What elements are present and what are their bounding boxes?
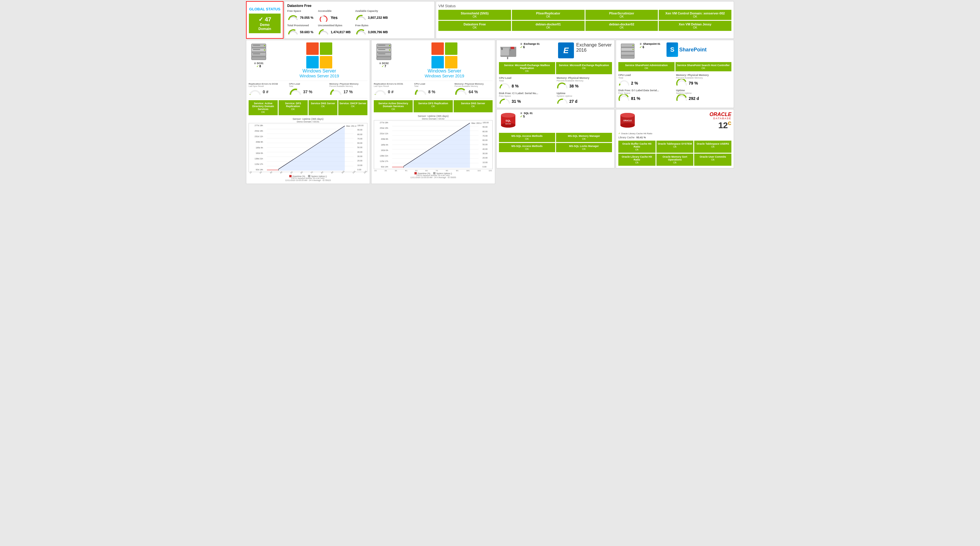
exchange-uptime-gauge [557,97,568,105]
oracle-service-3[interactable]: Oracle Library Cache Hit Ratio Ok [618,153,655,166]
dc02-win-sq-green [445,42,457,55]
vm-item-6[interactable]: debian-docker02 OK [585,21,658,31]
avail-cap-gauge [355,14,367,22]
dc01-downtime-legend [289,175,291,177]
dc02-replication-value: 0 # [388,89,393,94]
sql-service-1[interactable]: MS-SQL Memory Manager OK [556,133,612,142]
vm-status-3: OK [660,15,730,18]
vm-status-6: OK [587,26,657,29]
dc01-x-labels: 1/1 2/1 3/1 4/1 5/1 6/1 7/1 8/1 9/1 10/1… [248,172,368,174]
oracle-logo-sub: DATABASE [640,117,732,120]
dc02-os-title: Windows Server [428,69,461,73]
dc02-win-sq-blue [431,56,444,69]
exchange-disk-gauge [499,97,511,105]
sql-checks: 5 [523,115,525,118]
win-sq-red [306,42,319,55]
svg-rect-9 [253,49,260,50]
dc02-memory-gauge [455,87,468,96]
dc02-os-version: Windows Server 2019 [425,73,465,78]
dc02-service-1[interactable]: Service DFS Replication OK [414,100,452,112]
dc02-service-0[interactable]: Service Active Directory Domain Services… [374,100,413,112]
sql-panel: SQL Server 🖥 SQL 01 ✓ 5 [496,109,614,168]
dc02-x-labels: 1/1 2/1 3/1 4/1 5/1 6/1 7/1 8/1 9/1 10/1… [374,170,493,171]
svg-rect-56 [501,48,503,50]
dc01-y-labels: 277d 18h 254d 15h 231d 11h 208d 8h 185d … [250,125,263,171]
vm-item-4[interactable]: Datastore Free OK [438,21,511,31]
oracle-service-0[interactable]: Oracle Buffer Cache Hit Ratio Ok [618,140,655,153]
vm-status-title: VM Status [438,4,732,8]
svg-rect-34 [378,45,385,46]
sharepoint-checks: 6 [643,46,644,49]
vm-item-5[interactable]: debian-docker01 OK [512,21,585,31]
svg-text:ORACLE: ORACLE [623,120,632,121]
sql-server-name: SQL 01 [524,112,533,115]
oracle-service-4[interactable]: Oracle Memory Sort Operations Ok [656,153,694,166]
accessible-gauge [318,14,329,22]
dc01-server-label: 🖥 [254,62,256,65]
dc01-service-1[interactable]: Service: DFS Replication OK [278,100,308,115]
dc01-cpu: CPU Load Total 37 % [289,83,327,96]
dc01-service-3[interactable]: Service: DHCP Server OK [338,100,368,115]
dc01-chart-main: Max: 291 d Min: 88 d [264,125,356,171]
global-status-panel: GLOBAL STATUS ✓ 47 Demo Domain [246,1,283,39]
uncommitted-label: Uncommitted Bytes [318,24,350,27]
vm-item-3[interactable]: Xen VM Control Domain: xenserver-002 OK [659,10,732,20]
win-sq-green [320,42,332,55]
exchange-cpu-gauge [499,82,511,90]
exchange-uptime-metric: Uptime System Uptime 27 d [557,92,612,105]
dc01-name: DC01 [257,62,263,65]
sql-service-2[interactable]: MS-SQL Access Methods OK [499,143,555,152]
sp-uptime-gauge [676,94,687,102]
sql-service-0[interactable]: MS-SQL Access Methods OK [499,133,555,142]
svg-text:SQL: SQL [506,119,511,122]
exchange-service-0[interactable]: Service: Microsoft Exchange Mailbox Repl… [499,62,555,74]
dc01-cpu-value: 37 % [303,89,312,94]
sharepoint-service-0[interactable]: Service SharePoint Administration OK [618,62,675,71]
dc02-y-labels: 277d 18h 254d 15h 231d 11h 208d 8h 185d … [375,121,388,168]
free-space-gauge [287,14,299,22]
svg-rect-58 [511,47,514,49]
dc01-service-2[interactable]: Service DNS Server OK [309,100,338,115]
dc02-name: DC02 [382,62,388,65]
dc02-service-2[interactable]: Service DNS Server OK [453,100,493,112]
vm-item-0[interactable]: Stormshield (SNS) OK [438,10,511,20]
free-bytes-value: 3,009,796 MB [368,30,388,34]
vm-status-1: OK [513,15,584,18]
dc01-service-0[interactable]: Service: Active Directory Domain Service… [248,100,278,115]
dc02-cpu: CPU Load Total 8 % [414,83,452,96]
sharepoint-panel: 🖥 Sharepoint 01 ✓ 6 S [616,40,734,108]
exchange-disk-metric: Disk Free: C:\ Label: Serial Nu... Free … [499,92,554,105]
vm-item-2[interactable]: PlixerScrutinizer OK [585,10,658,20]
oracle-version: 12c [640,120,732,129]
vm-item-1[interactable]: PlixerReplicator OK [512,10,585,20]
svg-rect-8 [253,45,260,46]
exchange-service-1[interactable]: Service: Microsoft Exchange Replication … [556,62,612,74]
svg-rect-35 [378,49,385,50]
sharepoint-server-name: Sharepoint 01 [643,42,660,45]
dc02-footer-date: 12/11/2020 10:05:05 AM - 24 h Average - … [374,176,493,179]
dc02-y-right: 100.00 90.00 80.00 70.00 60.00 50.00 40.… [482,121,491,168]
vm-name-6: debian-docker02 [587,22,657,26]
sql-icon: SQL Server [499,112,518,131]
exchange-check-icon: ✓ [520,45,523,49]
oracle-service-5[interactable]: Oracle User Commits Ok [694,153,732,166]
accessible-label: Accessible [318,10,350,13]
dc02-chart-main: Max: 283 d Min: 81 d [389,121,481,168]
dc02-memory-value: 64 % [469,89,478,94]
svg-point-6 [264,45,265,46]
vm-item-7[interactable]: Xen VM Debian Jessy OK [659,21,732,31]
sp-memory-gauge [676,79,687,87]
oracle-service-1[interactable]: Oracle Tablespace SYSTEM Ok [656,140,694,153]
exchange-memory-value: 38 % [569,84,579,88]
exchange-cpu-value: 8 % [512,84,519,88]
sp-cpu-gauge [618,79,630,87]
dc02-check-icon: ✓ [382,65,384,68]
sp-memory-value: 79 % [689,81,698,85]
dc01-check-icon: ✓ [256,65,259,68]
dc02-memory: Memory: Physical Memory Percent Availabl… [455,83,493,96]
oracle-service-2[interactable]: Oracle Tablespace USERS Ok [694,140,732,153]
exchange-mail-icon [499,42,518,60]
sharepoint-service-1[interactable]: Service SharePoint Search Host Controlle… [675,62,732,71]
sql-service-3[interactable]: MS-SQL Locks Manager OK [556,143,612,152]
accessible-value: Yes [331,15,337,20]
